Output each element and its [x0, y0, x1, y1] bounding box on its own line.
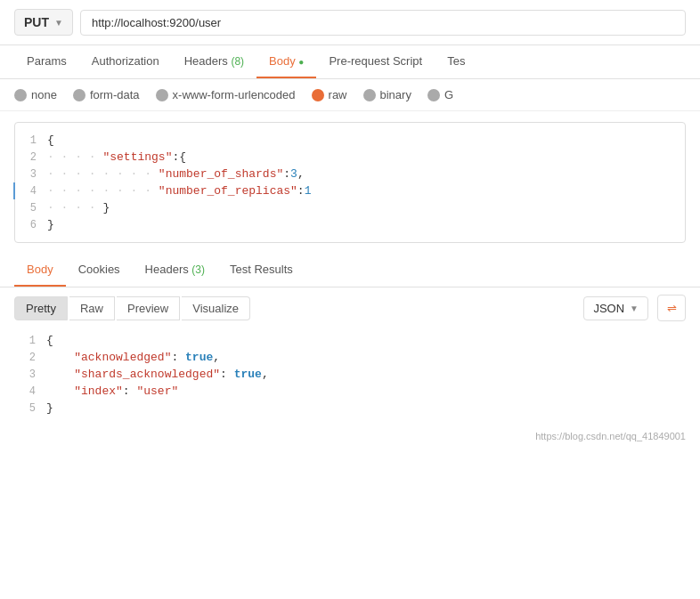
tab-authorization[interactable]: Authorization: [79, 45, 172, 78]
response-toolbar: Pretty Raw Preview Visualize JSON ▼ ⇌: [0, 287, 700, 328]
chevron-down-icon: ▼: [54, 18, 63, 28]
chevron-down-icon-2: ▼: [630, 304, 639, 313]
wrap-icon: ⇌: [667, 302, 677, 315]
res-line-4: 4 "index": "user": [14, 383, 686, 400]
watermark: https://blog.csdn.net/qq_41849001: [0, 427, 700, 449]
format-visualize-btn[interactable]: Visualize: [182, 296, 250, 320]
req-line-6: 6 }: [15, 216, 685, 233]
tab-body[interactable]: Body ●: [256, 45, 316, 78]
request-body-editor[interactable]: 1 { 2 · · · · "settings":{ 3 · · · · · ·…: [14, 122, 686, 243]
req-line-1: 1 {: [15, 132, 685, 149]
radio-raw: [312, 89, 324, 101]
req-line-3: 3 · · · · · · · · "number_of_shards":3,: [15, 166, 685, 182]
tab-headers[interactable]: Headers (8): [172, 45, 256, 78]
request-tabs: Params Authorization Headers (8) Body ● …: [0, 45, 700, 79]
url-bar: PUT ▼: [0, 0, 700, 45]
body-type-urlencoded[interactable]: x-www-form-urlencoded: [156, 88, 296, 101]
format-preview-btn[interactable]: Preview: [117, 296, 180, 320]
radio-binary: [363, 89, 376, 101]
response-body: 1 { 2 "acknowledged": true, 3 "shards_ac…: [14, 332, 686, 417]
response-tab-headers[interactable]: Headers (3): [133, 254, 217, 287]
req-line-2: 2 · · · · "settings":{: [15, 149, 685, 166]
body-type-form-data[interactable]: form-data: [73, 88, 140, 101]
headers-badge: (8): [231, 55, 244, 68]
body-type-graphql[interactable]: G: [427, 88, 453, 101]
tab-params[interactable]: Params: [14, 45, 79, 78]
response-tab-test-results[interactable]: Test Results: [217, 254, 305, 287]
res-line-2: 2 "acknowledged": true,: [14, 349, 686, 366]
url-input[interactable]: [80, 10, 686, 36]
format-pretty-btn[interactable]: Pretty: [14, 296, 68, 320]
body-type-row: none form-data x-www-form-urlencoded raw…: [0, 79, 700, 111]
json-format-label: JSON: [593, 302, 624, 315]
radio-urlencoded: [156, 89, 168, 101]
json-format-selector[interactable]: JSON ▼: [583, 296, 648, 320]
body-type-binary[interactable]: binary: [363, 88, 411, 101]
body-active-dot: ●: [298, 57, 304, 67]
response-headers-badge: (3): [191, 263, 205, 276]
req-line-4: 4 · · · · · · · · "number_of_replicas":1: [13, 182, 685, 199]
res-line-3: 3 "shards_acknowledged": true,: [14, 366, 686, 383]
method-label: PUT: [24, 15, 49, 29]
radio-graphql: [427, 89, 440, 101]
response-tabs: Body Cookies Headers (3) Test Results: [0, 254, 700, 287]
body-type-raw[interactable]: raw: [312, 88, 347, 101]
wrap-lines-button[interactable]: ⇌: [657, 295, 686, 321]
radio-form-data: [73, 89, 85, 101]
res-line-1: 1 {: [14, 332, 686, 349]
req-line-5: 5 · · · · }: [15, 199, 685, 216]
body-type-none[interactable]: none: [14, 88, 57, 101]
response-tab-body[interactable]: Body: [14, 254, 66, 287]
format-raw-btn[interactable]: Raw: [69, 296, 115, 320]
response-tab-cookies[interactable]: Cookies: [66, 254, 133, 287]
tab-pre-request[interactable]: Pre-request Script: [316, 45, 435, 78]
res-line-5: 5 }: [14, 400, 686, 417]
tab-tests[interactable]: Tes: [435, 45, 477, 78]
radio-none: [14, 89, 27, 101]
method-selector[interactable]: PUT ▼: [14, 9, 73, 36]
